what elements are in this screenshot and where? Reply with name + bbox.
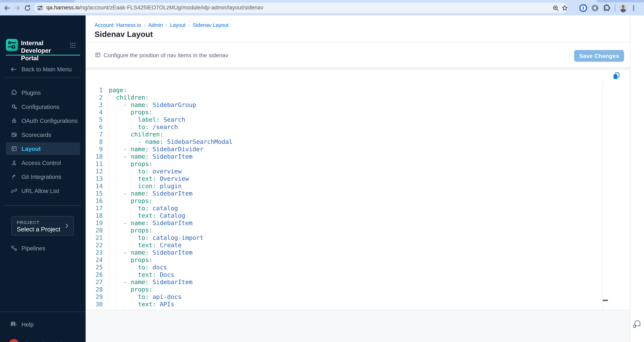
line-number: 17 [86,205,103,212]
yaml-editor[interactable]: 1page:2children:3- name: SidebarGroup4pr… [86,86,602,308]
back-to-main-menu[interactable]: Back to Main Menu [6,64,80,74]
code-text: text: APIs [138,301,174,308]
extension-spinner-icon[interactable] [590,4,599,12]
extensions-puzzle-icon[interactable] [602,4,611,12]
code-line[interactable]: 10- name: SidebarItem [86,153,602,160]
indent-guide [116,182,116,190]
code-text: props: [130,256,152,264]
code-text: - name: SidebarItem [124,153,192,160]
code-line[interactable]: 29to: api-docs [86,293,602,301]
code-line[interactable]: 16props: [86,197,602,205]
breadcrumb-separator: › [188,22,190,28]
arrow-left-icon [10,66,17,73]
sidebar-item-configurations[interactable]: Configurations [6,100,80,113]
user-name: Himanshu Mishra [22,341,70,342]
code-text: - name: SidebarItem [124,190,192,197]
code-line[interactable]: 17to: catalog [86,205,602,212]
indent-guide [116,227,116,234]
sidebar-item-plugins[interactable]: Plugins [6,86,80,99]
code-line[interactable]: 7children: [86,131,602,138]
code-line[interactable]: 24props: [86,256,602,264]
project-selector[interactable]: PROJECT Select a Project [12,216,74,236]
code-line[interactable]: 13text: Overview [86,175,602,182]
indent-guide [109,182,109,190]
code-line[interactable]: 11props: [86,160,602,168]
editor-scrollbar-thumb[interactable] [603,300,608,301]
url-bar[interactable]: qa.harness.io/ng/account/zEaak-FLS425IEO… [34,3,568,13]
sidebar-item-git-integrations[interactable]: Git Integrations [6,170,80,183]
app-window: qa.harness.io/ng/account/zEaak-FLS425IEO… [0,0,644,342]
page-scroll-gutter[interactable] [630,15,644,342]
code-line[interactable]: 5label: Search [86,116,602,123]
line-number: 21 [86,234,103,242]
line-number: 23 [86,249,103,256]
indent-guide [116,190,116,197]
plugin-icon [10,89,18,96]
browser-active-tab[interactable] [74,0,598,2]
browser-back-icon[interactable] [3,4,11,12]
line-number: 14 [86,182,103,190]
indent-guide [116,160,116,168]
code-line[interactable]: 25to: docs [86,264,602,271]
breadcrumb-item[interactable]: Sidenav Layout [192,22,228,28]
sidebar-item-pipelines[interactable]: Pipelines [6,242,80,254]
code-line[interactable]: 3- name: SidebarGroup [86,101,602,109]
support-chat-icon[interactable] [632,320,642,330]
line-number: 20 [86,227,103,234]
code-line[interactable]: 22text: Create [86,242,602,249]
indent-guide [116,242,116,249]
bookmark-star-icon[interactable] [561,4,569,12]
chevron-right-icon [64,223,70,229]
code-line[interactable]: 26text: Docs [86,271,602,278]
code-line[interactable]: 28props: [86,286,602,293]
indent-guide [116,293,116,301]
line-number: 19 [86,219,103,227]
sidebar-item-access-control[interactable]: Access Control [6,156,80,169]
code-text: props: [130,160,152,168]
code-line[interactable]: 30text: APIs [86,301,602,308]
browser-menu-kebab-icon[interactable] [630,4,638,12]
sidebar-item-oauth-configurations[interactable]: OAuth Configurations [6,114,80,127]
indent-guide [130,175,131,182]
code-line[interactable]: 6to: /search [86,123,602,131]
code-line[interactable]: 19- name: SidebarItem [86,219,602,227]
copy-yaml-icon[interactable] [612,71,621,80]
code-line[interactable]: 1page: [86,86,602,94]
browser-profile-avatar[interactable] [619,4,628,12]
browser-reload-icon[interactable] [24,4,32,12]
sidebar-item-layout[interactable]: Layout [6,142,80,155]
layout-config-icon [94,51,101,58]
save-changes-button[interactable]: Save Changes [574,50,624,62]
breadcrumb-item[interactable]: Layout [170,22,186,28]
code-text: page: [109,86,127,94]
browser-forward-icon[interactable] [13,4,21,12]
code-text: children: [116,94,149,101]
password-manager-icon[interactable] [579,4,588,12]
help-button[interactable]: ? Help [6,319,80,330]
zoom-page-icon[interactable] [552,4,560,12]
breadcrumb-item[interactable]: Account: Harness.io [94,22,141,28]
code-line[interactable]: 15- name: SidebarItem [86,190,602,197]
user-profile[interactable]: HM Himanshu Mishra [6,337,80,342]
code-line[interactable]: 9- name: SidebarDivider [86,145,602,153]
code-line[interactable]: 20props: [86,227,602,234]
page-header: Account: Harness.io›Admin›Layout›Sidenav… [86,15,644,42]
sidebar-item-url-allow-list[interactable]: URL Allow List [6,184,80,197]
code-line[interactable]: 21to: catalog-import [86,234,602,242]
url-text[interactable]: qa.harness.io/ng/account/zEaak-FLS425IEO… [46,4,264,11]
breadcrumb-item[interactable]: Admin [148,22,163,28]
code-line[interactable]: 23- name: SidebarItem [86,249,602,256]
code-line[interactable]: 8- name: SidebarSearchModal [86,138,602,145]
code-line[interactable]: 12to: overview [86,168,602,175]
code-line[interactable]: 14icon: plugin [86,182,602,190]
line-number: 18 [86,212,103,219]
indent-guide [116,116,116,123]
site-settings-icon[interactable] [36,4,44,12]
sidebar-item-scorecards[interactable]: Scorecards [6,128,80,141]
code-line[interactable]: 4props: [86,109,602,116]
code-line[interactable]: 27- name: SidebarItem [86,278,602,286]
code-line[interactable]: 2children: [86,94,602,101]
code-line[interactable]: 18text: Catalog [86,212,602,219]
module-grid-icon[interactable] [69,42,76,49]
line-number: 10 [86,153,103,160]
